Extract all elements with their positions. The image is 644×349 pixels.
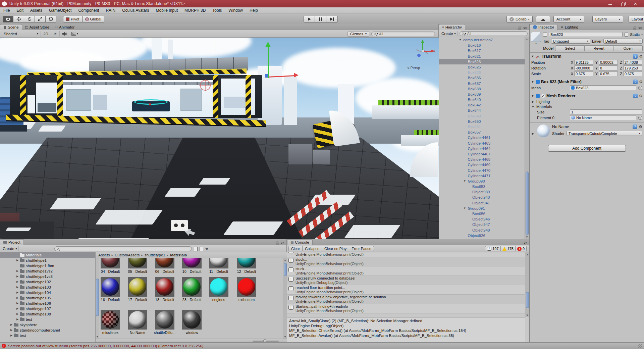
search-by-type-icon[interactable] xyxy=(194,247,198,251)
error-count-badge[interactable]: !9 xyxy=(516,246,527,251)
collapse-button[interactable]: Collapse xyxy=(303,246,322,251)
vector-field[interactable]: 179.253 xyxy=(623,65,642,70)
hierarchy-item[interactable]: Box637 xyxy=(439,81,525,86)
revert-button[interactable]: Revert xyxy=(585,45,614,51)
material-tile[interactable]: 23 - Default xyxy=(182,277,202,297)
menu-file[interactable]: File xyxy=(0,7,13,13)
size-field[interactable]: 1 xyxy=(570,109,642,114)
panel-menu-icon[interactable]: ▾≡ xyxy=(638,26,642,30)
console-entry[interactable]: !stuck...UnityEngine.MonoBehaviour:print… xyxy=(287,252,525,257)
hierarchy-item[interactable]: Box657 xyxy=(439,130,525,135)
cloud-button[interactable]: ☁ xyxy=(536,16,550,22)
add-component-button[interactable]: Add Component xyxy=(548,145,626,152)
material-tile[interactable]: shuttleDiffu... xyxy=(155,310,174,330)
vector-field[interactable]: 0 xyxy=(599,65,618,70)
scale-tool-button[interactable] xyxy=(35,16,46,22)
material-tile[interactable]: window xyxy=(182,310,202,330)
hierarchy-create-button[interactable]: Create▾ xyxy=(440,31,458,36)
log-count-badge[interactable]: !197 xyxy=(485,246,500,251)
persp-label[interactable]: < Persp xyxy=(407,66,420,70)
2d-toggle-button[interactable]: 2D xyxy=(42,31,50,37)
console-entry[interactable]: !Successfully connected to database!Unit… xyxy=(287,276,525,285)
select-button[interactable]: Select xyxy=(555,45,585,51)
project-tree-item[interactable]: ▶shuttletype106 xyxy=(0,301,95,306)
hierarchy-item[interactable]: Box623 xyxy=(439,59,525,64)
tab-hierarchy[interactable]: ≡Hierarchy xyxy=(439,24,465,30)
lock-icon[interactable] xyxy=(276,243,279,245)
active-checkbox[interactable] xyxy=(543,33,547,37)
scrollbar-thumb[interactable] xyxy=(284,263,287,276)
slider-thumb[interactable] xyxy=(263,339,266,342)
foldout-arrow-icon[interactable]: ▼ xyxy=(459,37,462,43)
foldout-arrow-icon[interactable]: ▶ xyxy=(10,338,12,339)
foldout-arrow-icon[interactable]: ▶ xyxy=(16,274,18,279)
vector-field[interactable]: 24.4038 xyxy=(623,60,642,65)
vector-field[interactable]: 0.675 xyxy=(599,71,618,76)
menu-rain[interactable]: RAIN xyxy=(102,7,119,13)
breadcrumb-item[interactable]: shuttletype1 xyxy=(145,253,165,257)
lock-icon[interactable] xyxy=(633,28,636,30)
gear-icon[interactable]: ⚙ xyxy=(639,54,643,58)
translate-gizmo-y-arrow[interactable] xyxy=(265,42,271,47)
gear-icon[interactable]: ⚙ xyxy=(639,125,642,129)
foldout-arrow-icon[interactable]: ▶ xyxy=(16,317,18,322)
move-tool-button[interactable] xyxy=(13,16,24,22)
material-tile[interactable]: 06 - Default xyxy=(155,258,174,268)
open-button[interactable]: Open xyxy=(613,45,643,51)
pause-button[interactable] xyxy=(315,16,326,22)
hierarchy-item[interactable]: Box638 xyxy=(439,86,525,92)
menu-help[interactable]: Help xyxy=(246,7,261,13)
console-entry[interactable]: !moving towards a new objective, regener… xyxy=(287,295,525,304)
foldout-arrow-icon[interactable]: ▶ xyxy=(10,333,12,338)
hierarchy-item[interactable]: Object939 xyxy=(439,189,525,195)
hierarchy-item[interactable]: Cylinder4470 xyxy=(439,168,525,173)
project-tree-item[interactable]: ▶shuttletype1 xyxy=(0,258,95,263)
scroll-up-icon[interactable]: ▲ xyxy=(525,252,529,256)
gizmos-dropdown[interactable]: Gizmos▾ xyxy=(347,31,369,37)
layers-button[interactable]: Layers▾ xyxy=(592,16,623,22)
pivot-button[interactable]: Pivot xyxy=(63,16,83,22)
project-tree-item[interactable]: ▶shuttletype103 xyxy=(0,285,95,290)
scene-lighting-button[interactable]: ☀ xyxy=(51,31,60,37)
layout-button[interactable]: Layout▾ xyxy=(629,16,644,22)
menu-assets[interactable]: Assets xyxy=(27,7,46,13)
hierarchy-item[interactable]: Box653 xyxy=(439,184,525,189)
hierarchy-item[interactable]: Object946 xyxy=(439,216,525,222)
foldout-arrow-icon[interactable]: ▼ xyxy=(531,94,534,98)
material-tile[interactable]: engines xyxy=(209,277,228,297)
material-tile[interactable]: extbottom xyxy=(237,277,256,297)
help-icon[interactable]: ? xyxy=(633,94,638,98)
scene-viewport[interactable]: < Persp x xyxy=(0,38,439,239)
console-entry[interactable]: !Starting...pathfinding+threadinfoUnityE… xyxy=(287,304,525,313)
hierarchy-item[interactable]: Box642 xyxy=(439,102,525,108)
material-tile[interactable]: 04 - Default xyxy=(101,258,120,268)
hierarchy-item[interactable]: ▼Group090 xyxy=(439,179,525,184)
foldout-arrow-icon[interactable]: ▶ xyxy=(16,306,18,311)
project-tree-item[interactable]: ▶skysphere xyxy=(0,322,95,328)
gear-icon[interactable]: ⚙ xyxy=(639,94,643,98)
menu-window[interactable]: Window xyxy=(225,7,246,13)
close-icon[interactable]: × xyxy=(634,2,638,5)
hierarchy-item[interactable]: Box639 xyxy=(439,92,525,97)
foldout-arrow-icon[interactable]: ▶ xyxy=(16,290,18,295)
help-icon[interactable]: ? xyxy=(633,54,638,59)
shader-dropdown[interactable]: Transparent/Cutout/Complete▾ xyxy=(567,131,642,136)
hierarchy-scrollbar[interactable]: ▲ ▼ xyxy=(525,37,529,239)
step-button[interactable] xyxy=(326,16,338,22)
hierarchy-item[interactable]: Cylinder4467 xyxy=(439,151,525,157)
minimize-icon[interactable] xyxy=(608,2,612,5)
scrollbar-thumb[interactable] xyxy=(526,292,529,308)
material-tile[interactable]: 16 - Default xyxy=(101,277,120,297)
play-button[interactable] xyxy=(304,16,315,22)
element0-field[interactable]: No Name xyxy=(570,115,636,120)
mesh-field[interactable]: Box623 xyxy=(570,85,636,90)
breadcrumb-item[interactable]: Materials xyxy=(170,253,187,257)
vector-field[interactable]: 0.675 xyxy=(623,71,642,76)
lock-icon[interactable] xyxy=(518,28,521,30)
favorites-star-icon[interactable]: ★ xyxy=(205,247,209,251)
tab-animator[interactable]: Animator xyxy=(52,24,77,30)
scroll-up-icon[interactable]: ▲ xyxy=(525,37,529,41)
tab-console[interactable]: ▤Console xyxy=(287,239,313,245)
menu-edit[interactable]: Edit xyxy=(13,7,27,13)
hierarchy-item[interactable]: ▼computerstation7 xyxy=(439,37,525,43)
